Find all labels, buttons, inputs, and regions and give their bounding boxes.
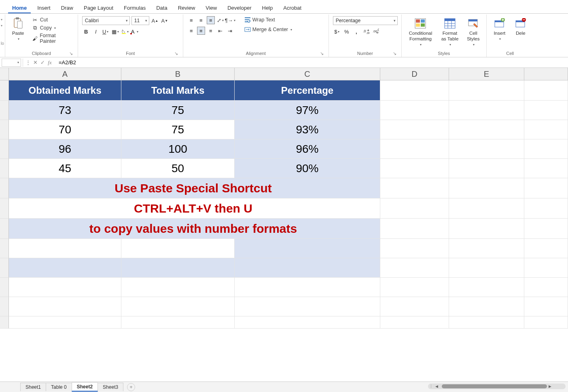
cell-d11[interactable] [380,278,449,297]
cell-b3[interactable]: 75 [121,120,235,139]
cell-f4[interactable] [524,139,568,159]
cell-f11[interactable] [524,278,568,297]
cell-e13[interactable] [449,316,524,329]
cell-a13[interactable] [9,316,121,329]
row-header[interactable] [0,178,9,198]
cell-a12[interactable] [9,297,121,316]
merge-center-button[interactable]: Merge & Center ▾ [243,26,294,33]
cell-e7[interactable] [449,198,524,219]
paste-dropdown-icon[interactable]: ▾ [18,37,19,41]
underline-button[interactable]: U▾ [102,27,110,36]
scroll-left-icon[interactable]: ◀ [434,384,439,388]
cell-f5[interactable] [524,159,568,178]
increase-decimal-button[interactable]: .0.00 [362,27,370,36]
align-middle-button[interactable]: ≡ [197,16,205,24]
cell-c12[interactable] [235,297,380,316]
cell-e4[interactable] [449,139,524,159]
format-painter-button[interactable]: 🖌 Format Painter [30,32,74,44]
cell-b1[interactable]: Total Marks [121,80,235,101]
cell-a9[interactable] [9,239,121,258]
bold-button[interactable]: B [82,27,90,36]
cell-f8[interactable] [524,219,568,239]
cell-d12[interactable] [380,297,449,316]
cell-b2[interactable]: 75 [121,101,235,120]
cell-d8[interactable] [380,219,449,239]
cell-d9[interactable] [380,239,449,258]
border-button[interactable]: ▦▾ [111,27,119,36]
row-header[interactable] [0,239,9,258]
cell-e1[interactable] [449,80,524,101]
cell-b13[interactable] [121,316,235,329]
conditional-formatting-button[interactable]: Conditional Formatting▾ [406,16,435,47]
tab-review[interactable]: Review [174,2,199,13]
cell-c10[interactable] [235,258,380,278]
formula-input[interactable] [56,59,568,65]
format-as-table-button[interactable]: Format as Table▾ [439,16,461,47]
name-box[interactable]: ▾ [2,59,21,67]
row-header[interactable] [0,297,9,316]
sheet-tab-sheet2[interactable]: Sheet2 [72,382,98,392]
cell-d2[interactable] [380,101,449,120]
wrap-text-button[interactable]: Wrap Text [243,16,277,23]
spreadsheet-grid[interactable]: A B C D E Obtained Marks Total Marks Per… [0,68,568,381]
cell-d5[interactable] [380,159,449,178]
cell-msg-1[interactable]: Use Paste Special Shortcut [9,178,380,198]
currency-button[interactable]: $▾ [333,27,341,36]
cut-button[interactable]: ✂ Cut [30,16,49,23]
decrease-indent-button[interactable]: ⇤ [216,27,225,35]
comma-button[interactable]: , [352,27,360,36]
cell-d1[interactable] [380,80,449,101]
cell-a10[interactable] [9,258,121,278]
sheet-tab-sheet3[interactable]: Sheet3 [97,383,123,391]
cancel-formula-button[interactable]: ✕ [32,59,38,65]
row-header[interactable] [0,159,9,178]
row-header[interactable] [0,219,9,239]
col-header-d[interactable]: D [380,68,449,80]
cell-f1[interactable] [524,80,568,101]
cell-c13[interactable] [235,316,380,329]
row-header[interactable] [0,258,9,278]
horizontal-scrollbar[interactable]: ⋮ ◀ ▶ [428,384,566,389]
cell-f2[interactable] [524,101,568,120]
tab-insert[interactable]: Insert [33,2,55,13]
cell-e5[interactable] [449,159,524,178]
cell-b5[interactable]: 50 [121,159,235,178]
cell-a4[interactable]: 96 [9,139,121,159]
cell-styles-button[interactable]: Cell Styles▾ [464,16,482,47]
cell-f6[interactable] [524,178,568,198]
tab-help[interactable]: Help [258,2,277,13]
col-header-c[interactable]: C [235,68,380,80]
percent-button[interactable]: % [343,27,351,36]
paste-button[interactable]: Paste ▾ [9,16,27,42]
align-left-button[interactable]: ≡ [187,27,195,35]
fx-icon[interactable]: fx [47,59,53,66]
cell-f3[interactable] [524,120,568,139]
cell-d13[interactable] [380,316,449,329]
cell-f7[interactable] [524,198,568,219]
cell-a11[interactable] [9,278,121,297]
cell-b12[interactable] [121,297,235,316]
orientation-button[interactable]: ⤢▾ [216,16,225,24]
decrease-decimal-button[interactable]: .00.0 [372,27,380,36]
cell-msg-2[interactable]: CTRL+ALT+V then U [9,198,380,219]
italic-button[interactable]: I [92,27,100,36]
cell-e10[interactable] [449,258,524,278]
cell-a2[interactable]: 73 [9,101,121,120]
number-format-select[interactable]: Percentage [333,16,398,25]
add-sheet-button[interactable]: + [127,383,135,391]
tab-page-layout[interactable]: Page Layout [80,2,117,13]
increase-font-button[interactable]: A▲ [151,17,159,25]
cell-e9[interactable] [449,239,524,258]
tab-home[interactable]: Home [8,2,31,13]
merge-dropdown-icon[interactable]: ▾ [290,28,292,32]
cell-f13[interactable] [524,316,568,329]
scroll-right-icon[interactable]: ▶ [547,384,553,388]
align-top-button[interactable]: ≡ [187,16,195,24]
tab-developer[interactable]: Developer [223,2,255,13]
cell-f10[interactable] [524,258,568,278]
cell-f12[interactable] [524,297,568,316]
cell-f9[interactable] [524,239,568,258]
font-launcher-icon[interactable]: ↘ [174,51,179,56]
font-color-button[interactable]: A▾ [131,27,139,36]
row-header[interactable] [0,101,9,120]
